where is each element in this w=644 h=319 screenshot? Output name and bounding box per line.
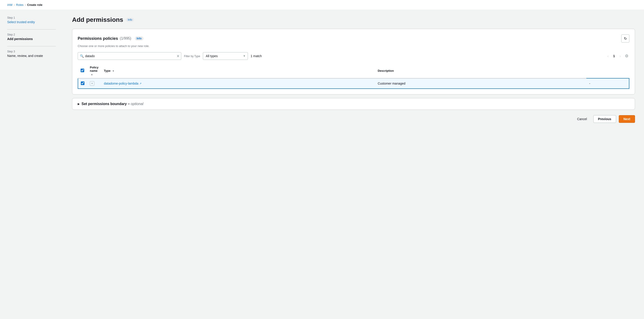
- sidebar-divider-1: [7, 29, 56, 29]
- policy-table-body: +datadome-policy-lambda↗Customer managed…: [78, 78, 629, 89]
- main-content: Add permissions Info Permissions policie…: [63, 10, 644, 318]
- th-checkbox: [78, 63, 87, 78]
- sidebar-step3-title: Name, review, and create: [7, 54, 43, 58]
- sidebar-step-3: Step 3 Name, review, and create: [7, 50, 56, 58]
- card-title: Permissions policies (1/995) Info: [78, 36, 144, 41]
- permissions-boundary-title: Set permissions boundary – optional: [82, 102, 144, 106]
- sidebar-step-1: Step 1 Select trusted entity: [7, 16, 56, 24]
- row-policy-name-cell: datadome-policy-lambda↗: [101, 78, 375, 89]
- filter-row: 🔍 ✕ Filter by Type All types AWS managed…: [78, 52, 629, 60]
- sidebar-step1-label: Step 1: [7, 16, 56, 19]
- page-number: 1: [612, 54, 616, 58]
- clear-search-button[interactable]: ✕: [176, 54, 180, 58]
- policy-table: Policy name ▲ Type ▼ Description: [78, 63, 629, 89]
- row-checkbox-cell: [78, 78, 87, 89]
- sidebar-step-2: Step 2 Add permissions: [7, 33, 56, 41]
- filter-type-select[interactable]: All types AWS managed Customer managed J…: [203, 52, 248, 60]
- search-input[interactable]: [78, 52, 181, 60]
- sidebar-step2-title: Add permissions: [7, 37, 33, 41]
- filter-by-type-label-container: Filter by Type: [184, 54, 200, 58]
- th-description: Description: [375, 63, 586, 78]
- breadcrumb-sep-1: ›: [14, 3, 15, 6]
- card-info-link[interactable]: Info: [135, 36, 144, 40]
- sort-desc-icon: ▼: [112, 70, 114, 72]
- sidebar-divider-2: [7, 46, 56, 46]
- row-type-cell: Customer managed: [375, 78, 586, 89]
- table-row: +datadome-policy-lambda↗Customer managed…: [78, 78, 629, 89]
- search-container: 🔍 ✕: [78, 52, 181, 60]
- pagination-prev-arrow[interactable]: ‹: [606, 53, 610, 59]
- breadcrumb: IAM › Roles › Create role: [0, 0, 644, 10]
- row-expand-button[interactable]: +: [90, 81, 94, 86]
- card-title-text: Permissions policies: [78, 36, 118, 41]
- breadcrumb-current: Create role: [27, 3, 42, 6]
- sidebar-step3-label: Step 3: [7, 50, 56, 53]
- row-description-cell: -: [586, 78, 629, 89]
- select-all-checkbox[interactable]: [80, 69, 84, 72]
- filter-by-type-label: Filter by Type: [184, 55, 200, 58]
- search-icon: 🔍: [80, 54, 84, 58]
- row-expand-cell: +: [87, 78, 101, 89]
- permissions-policies-card: Permissions policies (1/995) Info ↻ Choo…: [72, 29, 635, 94]
- pagination-controls: ‹ 1 › ⚙: [606, 53, 629, 59]
- filter-type-container: All types AWS managed Customer managed J…: [203, 52, 248, 60]
- page-header: Add permissions Info: [72, 16, 635, 23]
- th-policy-name[interactable]: Policy name ▲: [87, 63, 101, 78]
- card-subtitle: Choose one or more policies to attach to…: [78, 44, 629, 48]
- permissions-boundary-section: ▶ Set permissions boundary – optional: [72, 98, 635, 110]
- th-type: Type ▼: [101, 63, 375, 78]
- info-badge-header[interactable]: Info: [126, 18, 134, 22]
- footer-actions: Cancel Previous Next: [72, 110, 635, 125]
- th-description-text: Description: [378, 69, 394, 72]
- previous-button[interactable]: Previous: [593, 115, 616, 123]
- policy-count: (1/995): [120, 36, 131, 40]
- th-type-text: Type: [104, 69, 110, 72]
- pagination-next-arrow[interactable]: ›: [618, 53, 622, 59]
- refresh-button[interactable]: ↻: [621, 34, 629, 42]
- optional-label: optional: [131, 102, 144, 106]
- table-header-row: Policy name ▲ Type ▼ Description: [78, 63, 629, 78]
- settings-icon-button[interactable]: ⚙: [624, 53, 629, 59]
- page-title: Add permissions: [72, 16, 123, 23]
- th-policy-name-text: Policy name: [90, 66, 98, 72]
- breadcrumb-iam[interactable]: IAM: [7, 3, 12, 6]
- breadcrumb-sep-2: ›: [25, 3, 26, 6]
- sort-asc-icon: ▲: [91, 73, 93, 76]
- refresh-icon: ↻: [624, 36, 627, 41]
- policy-name-link[interactable]: datadome-policy-lambda↗: [104, 82, 372, 85]
- sidebar-step1-title[interactable]: Select trusted entity: [7, 20, 35, 24]
- permissions-boundary-toggle[interactable]: ▶ Set permissions boundary – optional: [72, 98, 635, 110]
- external-link-icon: ↗: [140, 82, 142, 85]
- breadcrumb-roles[interactable]: Roles: [16, 3, 24, 6]
- cancel-button[interactable]: Cancel: [574, 115, 591, 123]
- next-button[interactable]: Next: [619, 115, 635, 123]
- triangle-icon: ▶: [78, 102, 80, 105]
- sidebar: Step 1 Select trusted entity Step 2 Add …: [0, 10, 63, 318]
- card-header: Permissions policies (1/995) Info ↻: [78, 34, 629, 42]
- row-checkbox[interactable]: [81, 81, 84, 85]
- match-count: 1 match: [250, 54, 262, 58]
- sidebar-step2-label: Step 2: [7, 33, 56, 36]
